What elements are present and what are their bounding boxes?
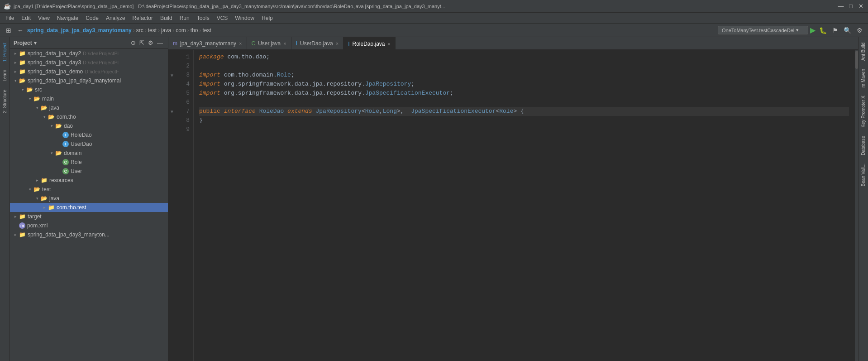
tab-close-userdao_java[interactable]: × [336, 41, 339, 46]
tree-arrow-day2: ▸ [12, 51, 19, 56]
menu-item-view[interactable]: View [34, 14, 53, 22]
tree-item-user[interactable]: CUser [10, 167, 168, 176]
right-tab-database[interactable]: Database [859, 132, 867, 159]
nav-layout-button[interactable]: ⊞ [4, 25, 14, 35]
tree-item-day3_many2[interactable]: ▸📁spring_data_jpa_day3_manyton... [10, 230, 168, 239]
tree-item-userdao[interactable]: IUserDao [10, 140, 168, 149]
menu-item-navigate[interactable]: Navigate [53, 14, 82, 22]
vertical-scrollbar[interactable] [854, 50, 858, 361]
tree-item-roledao[interactable]: IRoleDao [10, 130, 168, 140]
tree-arrow-src: ▾ [19, 87, 26, 92]
tree-item-src[interactable]: ▾📂src [10, 85, 168, 94]
menu-item-code[interactable]: Code [82, 14, 102, 22]
code-line-7: public interface RoleDao extends JpaRepo… [199, 107, 849, 116]
right-tab-key-promoter[interactable]: Key Promoter X [859, 92, 867, 131]
tab-close-roledao_java[interactable]: × [388, 41, 391, 47]
code-line-3: import com.tho.domain.Role; [199, 71, 849, 80]
run-config[interactable]: OneToManyTest.testCascadeDel ▾ [718, 26, 808, 34]
menu-item-vcs[interactable]: VCS [213, 14, 232, 22]
tree-arrow-test: ▾ [26, 187, 33, 192]
minimize-button[interactable]: — [837, 3, 844, 10]
menu-item-help[interactable]: Help [258, 14, 277, 22]
menu-item-file[interactable]: File [2, 14, 18, 22]
code-editor[interactable]: ▼ ▼ 1 2 3 4 5 6 7 8 9 package com.tho.d [168, 50, 858, 361]
right-tab-maven[interactable]: m Maven [859, 65, 867, 91]
tree-item-test[interactable]: ▾📂test [10, 185, 168, 194]
tree-item-domain_pkg[interactable]: ▾📂domain [10, 149, 168, 158]
folder-icon-domain_pkg: 📂 [55, 150, 62, 156]
tree-path-day2: D:\ideaProjectPl [83, 51, 119, 56]
tree-item-com_tho_test[interactable]: ▸📁com.tho.test [10, 203, 168, 212]
tree-item-many[interactable]: ▾📂spring_data_jpa_jpa_day3_manytomal [10, 76, 168, 85]
tree-item-resources[interactable]: ▸📁resources [10, 176, 168, 185]
maximize-button[interactable]: □ [847, 3, 854, 10]
tree-arrow-day3: ▸ [12, 60, 19, 65]
tab-label-roledao_java: RoleDao.java [352, 41, 385, 47]
tree-item-pom[interactable]: mpom.xml [10, 221, 168, 230]
right-tab-bean[interactable]: Bean Vali... [859, 160, 867, 190]
tree-item-main[interactable]: ▾📂main [10, 94, 168, 103]
editor-tab-roledao_java[interactable]: IRoleDao.java× [343, 37, 396, 49]
menu-item-run[interactable]: Run [176, 14, 193, 22]
fold-gutter: ▼ ▼ [168, 50, 176, 361]
menu-item-window[interactable]: Window [231, 14, 258, 22]
editor-tab-jpa_day3[interactable]: mjpa_day3_manytomany× [168, 37, 247, 49]
nav-back-button[interactable]: ← [15, 25, 25, 35]
tree-label-target: target [28, 213, 42, 220]
tree-item-demo[interactable]: ▸📁spring_data_jpa_demoD:\ideaProjectF [10, 67, 168, 76]
right-tab-ant[interactable]: Ant Build [859, 39, 867, 64]
tree-item-day2[interactable]: ▸📁spring_data_jpa_day2D:\ideaProjectPl [10, 49, 168, 58]
menu-item-build[interactable]: Build [157, 14, 176, 22]
sidebar-tab-structure[interactable]: 2: Structure [1, 86, 9, 117]
tree-item-role[interactable]: CRole [10, 158, 168, 167]
collapse-button[interactable]: ⇱ [138, 39, 146, 47]
close-panel-button[interactable]: — [156, 39, 164, 47]
breadcrumb-java[interactable]: java [161, 27, 171, 34]
gear-button[interactable]: ⚙ [147, 39, 155, 47]
tab-close-jpa_day3[interactable]: × [239, 41, 242, 46]
coverage-button[interactable]: ⚑ [830, 26, 840, 35]
breadcrumb-com[interactable]: com [176, 27, 186, 34]
code-content[interactable]: package com.tho.dao; import com.tho.doma… [194, 50, 854, 361]
scope-button[interactable]: ⊙ [129, 39, 137, 47]
breadcrumb-project[interactable]: spring_data_jpa_jpa_day3_manytomany [27, 27, 132, 34]
breadcrumb-src[interactable]: src [136, 27, 143, 34]
menu-item-edit[interactable]: Edit [18, 14, 34, 22]
tree-item-dao_pkg[interactable]: ▾📂dao [10, 121, 168, 130]
menu-item-refactor[interactable]: Refactor [129, 14, 157, 22]
settings-button[interactable]: ⚙ [855, 26, 864, 35]
tree-item-target[interactable]: ▸📁target [10, 212, 168, 221]
folder-icon-com_tho: 📂 [48, 114, 55, 120]
tree-item-test_java[interactable]: ▾📂java [10, 194, 168, 203]
code-line-1: package com.tho.dao; [199, 53, 849, 62]
breadcrumb-test[interactable]: test [148, 27, 157, 34]
tree-label-test_java: java [49, 195, 59, 202]
tab-close-user_java[interactable]: × [283, 41, 286, 46]
menu-item-analyze[interactable]: Analyze [102, 14, 129, 22]
tree-arrow-demo: ▸ [12, 69, 19, 74]
sidebar-tab-project[interactable]: 1: Project [1, 39, 9, 65]
breadcrumb-test2[interactable]: test [202, 27, 211, 34]
breadcrumb-tho[interactable]: tho [191, 27, 198, 34]
tree-item-day3[interactable]: ▸📁spring_data_jpa_day3D:\ideaProjectPl [10, 58, 168, 67]
run-button[interactable]: ▶ [810, 26, 816, 34]
folder-icon-java: 📂 [41, 105, 48, 111]
tree-arrow-resources: ▸ [33, 178, 41, 183]
tab-icon-roledao_java: I [348, 41, 349, 47]
tree-arrow-dao_pkg: ▾ [48, 124, 55, 128]
tree-item-com_tho[interactable]: ▾📂com.tho [10, 112, 168, 121]
sidebar-tab-learn[interactable]: Learn [1, 66, 9, 85]
tree-label-day3: spring_data_jpa_day3 [28, 59, 81, 66]
editor-tab-userdao_java[interactable]: IUserDao.java× [291, 37, 343, 49]
scrollbar-thumb[interactable] [855, 51, 858, 69]
tree-item-java[interactable]: ▾📂java [10, 103, 168, 112]
menu-item-tools[interactable]: Tools [193, 14, 213, 22]
close-button[interactable]: ✕ [857, 3, 864, 10]
search-button[interactable]: 🔍 [842, 26, 853, 35]
debug-button[interactable]: 🐛 [817, 26, 829, 35]
folder-icon-day3: 📁 [19, 59, 26, 66]
folder-icon-src: 📂 [26, 87, 33, 93]
folder-icon-day2: 📁 [19, 50, 26, 57]
editor-tab-user_java[interactable]: CUser.java× [247, 37, 291, 49]
folder-icon-test: 📂 [33, 186, 40, 193]
